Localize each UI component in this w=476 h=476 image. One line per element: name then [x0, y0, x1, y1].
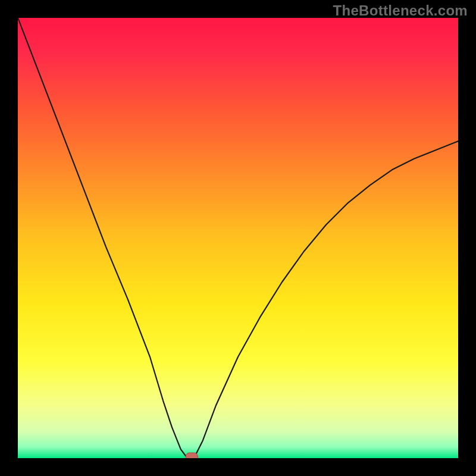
optimal-marker: [186, 453, 198, 458]
plot-area: [18, 18, 458, 458]
watermark-text: TheBottleneck.com: [333, 2, 468, 19]
chart-frame: TheBottleneck.com: [0, 0, 476, 476]
gradient-background: [18, 18, 458, 458]
chart-svg: [18, 18, 458, 458]
